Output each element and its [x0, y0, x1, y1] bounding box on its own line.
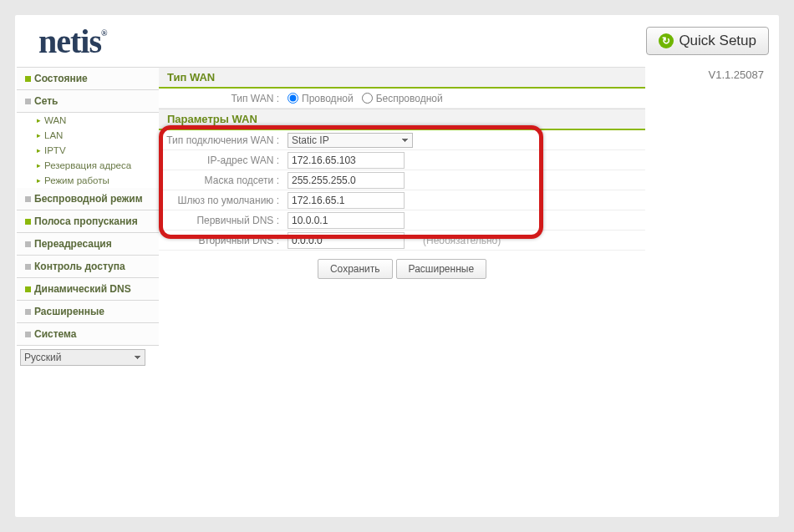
gateway-row: Шлюз по умолчанию : — [159, 190, 645, 210]
subnet-mask-row: Маска подсети : — [159, 170, 645, 190]
subnet-mask-label: Маска подсети : — [159, 175, 284, 186]
bullet-icon — [25, 264, 31, 270]
optional-note: (Необязательно) — [413, 235, 501, 246]
chevron-right-icon: ▸ — [37, 116, 41, 124]
sidebar-item-ddns[interactable]: Динамический DNS — [17, 278, 159, 301]
sidebar-item-bandwidth[interactable]: Полоса пропускания — [17, 210, 159, 233]
wan-type-wired-radio[interactable] — [288, 93, 298, 104]
bullet-icon — [25, 332, 31, 337]
header: netis® ↻ Quick Setup — [15, 15, 779, 67]
chevron-right-icon: ▸ — [37, 176, 41, 185]
secondary-dns-row: Вторичный DNS : (Необязательно) — [159, 231, 645, 251]
secondary-dns-input[interactable] — [288, 232, 405, 249]
bullet-icon — [25, 76, 31, 82]
conn-type-select[interactable]: Static IP — [288, 133, 413, 148]
sidebar: Состояние Сеть ▸WAN ▸LAN ▸IPTV ▸Резервац… — [17, 67, 159, 516]
sidebar-item-forwarding[interactable]: Переадресация — [17, 233, 159, 256]
gateway-input[interactable] — [288, 192, 405, 209]
sidebar-subitem-iptv[interactable]: ▸IPTV — [17, 143, 159, 158]
chevron-right-icon: ▸ — [37, 161, 41, 170]
quick-setup-button[interactable]: ↻ Quick Setup — [646, 27, 769, 55]
primary-dns-row: Первичный DNS : — [159, 210, 645, 231]
wan-type-row: Тип WAN : Проводной Беспроводной — [159, 89, 645, 109]
wan-type-wired[interactable]: Проводной — [288, 93, 354, 104]
wan-type-label: Тип WAN : — [159, 93, 284, 104]
bullet-icon — [25, 241, 31, 247]
wan-ip-input[interactable] — [288, 152, 405, 169]
sidebar-item-status[interactable]: Состояние — [17, 68, 159, 90]
quick-setup-label: Quick Setup — [679, 33, 756, 49]
sidebar-item-network[interactable]: Сеть — [17, 90, 159, 113]
conn-type-row: Тип подключения WAN : Static IP — [159, 130, 645, 150]
sidebar-subitem-wan[interactable]: ▸WAN — [17, 113, 159, 128]
chevron-right-icon: ▸ — [37, 146, 41, 155]
wan-params-header: Параметры WAN — [159, 109, 645, 130]
conn-type-label: Тип подключения WAN : — [159, 134, 284, 146]
primary-dns-input[interactable] — [288, 212, 405, 229]
main-content: Тип WAN Тип WAN : Проводной Беспроводной… — [159, 67, 779, 516]
primary-dns-label: Первичный DNS : — [159, 215, 284, 226]
refresh-icon: ↻ — [659, 33, 674, 48]
sidebar-subitem-reservation[interactable]: ▸Резервация адреса — [17, 158, 159, 173]
wan-type-header: Тип WAN — [159, 67, 645, 89]
secondary-dns-label: Вторичный DNS : — [159, 235, 284, 246]
sidebar-item-wireless[interactable]: Беспроводной режим — [17, 188, 159, 210]
sidebar-subitem-opmode[interactable]: ▸Режим работы — [17, 173, 159, 188]
subnet-mask-input[interactable] — [288, 172, 405, 189]
wan-type-wireless-radio[interactable] — [362, 93, 373, 104]
bullet-icon — [25, 219, 31, 225]
bullet-icon — [25, 99, 31, 104]
wan-type-wireless[interactable]: Беспроводной — [362, 93, 443, 104]
button-row: Сохранить Расширенные — [159, 251, 645, 287]
sidebar-item-advanced[interactable]: Расширенные — [17, 301, 159, 323]
save-button[interactable]: Сохранить — [318, 259, 393, 279]
language-select[interactable]: Русский — [20, 349, 145, 366]
wan-ip-label: IP-адрес WAN : — [159, 155, 284, 166]
gateway-label: Шлюз по умолчанию : — [159, 195, 284, 206]
sidebar-subitem-lan[interactable]: ▸LAN — [17, 128, 159, 143]
bullet-icon — [25, 309, 31, 315]
wan-ip-row: IP-адрес WAN : — [159, 150, 645, 170]
brand-logo: netis® — [38, 22, 106, 61]
bullet-icon — [25, 286, 31, 292]
chevron-right-icon: ▸ — [37, 131, 41, 139]
bullet-icon — [25, 196, 31, 202]
sidebar-item-access[interactable]: Контроль доступа — [17, 256, 159, 278]
advanced-button[interactable]: Расширенные — [396, 259, 487, 279]
sidebar-item-system[interactable]: Система — [17, 323, 159, 346]
sidebar-subitems-network: ▸WAN ▸LAN ▸IPTV ▸Резервация адреса ▸Режи… — [17, 113, 159, 188]
